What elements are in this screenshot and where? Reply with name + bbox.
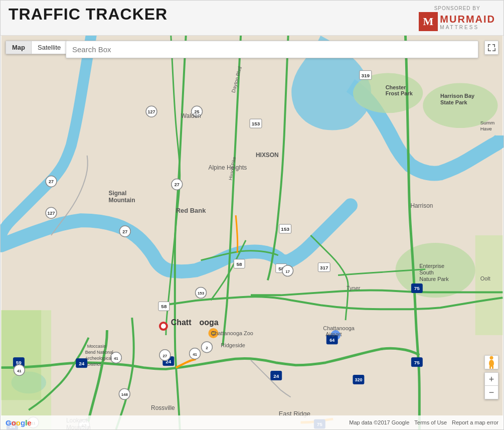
- svg-text:41: 41: [114, 356, 118, 361]
- svg-text:27: 27: [49, 179, 54, 184]
- svg-text:27: 27: [175, 182, 180, 187]
- svg-text:Moccasin: Moccasin: [87, 344, 106, 349]
- svg-point-1: [489, 360, 494, 367]
- fullscreen-icon: [487, 44, 495, 52]
- svg-text:Harrison: Harrison: [410, 202, 433, 209]
- svg-text:75: 75: [414, 360, 420, 365]
- svg-text:Chatt: Chatt: [171, 318, 192, 327]
- svg-text:Frost Park: Frost Park: [386, 90, 413, 96]
- svg-text:153: 153: [281, 226, 289, 232]
- svg-text:2: 2: [206, 346, 208, 350]
- svg-text:64: 64: [329, 338, 334, 343]
- svg-text:320: 320: [355, 377, 362, 382]
- svg-text:41: 41: [193, 352, 197, 357]
- svg-text:South: South: [419, 269, 434, 275]
- svg-text:127: 127: [148, 109, 155, 114]
- svg-text:153: 153: [198, 291, 205, 296]
- svg-point-13: [161, 324, 166, 329]
- svg-text:41: 41: [17, 369, 22, 373]
- svg-rect-3: [492, 366, 493, 369]
- svg-text:ooga: ooga: [200, 318, 219, 327]
- svg-text:148: 148: [121, 392, 128, 397]
- svg-text:Chattanooga Zoo: Chattanooga Zoo: [211, 330, 253, 336]
- svg-text:Walden: Walden: [181, 112, 201, 119]
- svg-text:Archeological: Archeological: [85, 356, 112, 361]
- svg-text:Mountain: Mountain: [108, 197, 135, 204]
- sponsor-sub: MATTRESS: [440, 25, 495, 30]
- svg-text:24: 24: [273, 373, 279, 379]
- map-svg: ✈ 🦁 319 153 153 58 58 58 317 75: [1, 36, 503, 429]
- sponsor-logo: M MURMAID MATTRESS: [419, 12, 495, 31]
- svg-text:Tyner: Tyner: [347, 285, 361, 291]
- app: TRAFFIC TRACKER SPONSORED BY M MURMAID M…: [0, 0, 504, 430]
- svg-text:Chattanooga: Chattanooga: [323, 325, 355, 331]
- svg-text:District: District: [87, 362, 101, 367]
- footer-links: Map data ©2017 Google Terms of Use Repor…: [349, 419, 498, 425]
- zoom-controls: + −: [484, 372, 498, 399]
- map-copyright: Map data ©2017 Google: [349, 419, 409, 425]
- report-link[interactable]: Report a map error: [452, 419, 498, 425]
- svg-text:Harrison Bay: Harrison Bay: [440, 93, 475, 99]
- svg-text:Signal: Signal: [108, 190, 126, 197]
- svg-text:Enterprise: Enterprise: [419, 263, 444, 269]
- map-container: Map Satellite + −: [1, 36, 503, 429]
- svg-text:Bend National: Bend National: [85, 350, 113, 355]
- svg-text:Rossville: Rossville: [151, 404, 175, 411]
- sponsor-section: SPONSORED BY M MURMAID MATTRESS: [419, 6, 495, 31]
- sponsor-name: MURMAID: [440, 14, 495, 25]
- map-footer: Google Map data ©2017 Google Terms of Us…: [1, 415, 503, 429]
- zoom-in-button[interactable]: +: [485, 373, 498, 386]
- map-type-buttons: Map Satellite: [6, 41, 67, 54]
- sponsor-name-block: MURMAID MATTRESS: [440, 14, 495, 30]
- svg-rect-7: [2, 310, 42, 400]
- satellite-button[interactable]: Satellite: [32, 41, 67, 54]
- svg-text:State Park: State Park: [440, 99, 467, 105]
- svg-text:27: 27: [122, 229, 127, 234]
- google-logo: Google: [6, 418, 32, 427]
- svg-text:Have: Have: [480, 126, 492, 131]
- search-input[interactable]: [66, 41, 478, 58]
- header: TRAFFIC TRACKER SPONSORED BY M MURMAID M…: [1, 1, 503, 36]
- sponsor-label: SPONSORED BY: [434, 6, 480, 11]
- pegman-icon: [486, 356, 496, 369]
- svg-text:27: 27: [162, 354, 167, 358]
- svg-text:HIXSON: HIXSON: [256, 152, 279, 159]
- svg-text:153: 153: [252, 121, 260, 126]
- svg-text:Ridgeside: Ridgeside: [221, 342, 245, 348]
- svg-rect-2: [489, 366, 491, 369]
- svg-text:Airport: Airport: [325, 331, 342, 337]
- svg-text:Nature Park: Nature Park: [419, 276, 449, 282]
- svg-text:317: 317: [320, 265, 328, 270]
- sponsor-m-icon: M: [419, 12, 438, 31]
- svg-text:127: 127: [48, 211, 55, 216]
- svg-text:24: 24: [79, 361, 85, 366]
- svg-text:58: 58: [237, 261, 243, 267]
- svg-text:17: 17: [285, 269, 290, 274]
- svg-point-0: [490, 356, 493, 360]
- svg-text:58: 58: [161, 304, 167, 309]
- fullscreen-button[interactable]: [484, 41, 498, 55]
- svg-text:Red Bank: Red Bank: [176, 207, 206, 214]
- svg-rect-11: [475, 235, 503, 335]
- svg-text:Summ: Summ: [480, 120, 495, 125]
- svg-text:319: 319: [362, 73, 370, 78]
- street-view-button[interactable]: [484, 355, 498, 369]
- svg-text:Oolt: Oolt: [480, 275, 490, 281]
- svg-text:Alpine Heights: Alpine Heights: [208, 164, 247, 171]
- page-title: TRAFFIC TRACKER: [9, 6, 167, 23]
- map-button[interactable]: Map: [6, 41, 32, 54]
- svg-text:75: 75: [414, 285, 420, 291]
- zoom-out-button[interactable]: −: [485, 386, 498, 399]
- terms-link[interactable]: Terms of Use: [414, 419, 447, 425]
- search-box-container: [66, 41, 478, 58]
- svg-text:Chester: Chester: [386, 84, 406, 90]
